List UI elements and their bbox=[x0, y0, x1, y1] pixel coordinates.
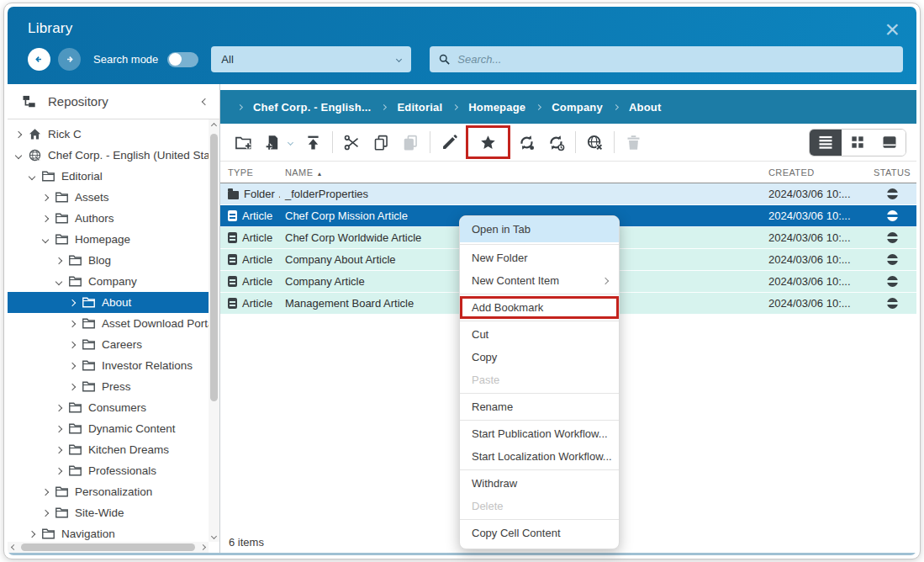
tree-item-label: Rick C bbox=[48, 128, 82, 140]
expand-node-icon[interactable] bbox=[55, 446, 62, 453]
search-mode-toggle[interactable] bbox=[167, 52, 198, 67]
menu-item-new-content-item[interactable]: New Content Item bbox=[460, 269, 619, 292]
tree-item-careers[interactable]: Careers bbox=[8, 334, 209, 355]
chevron-down-icon bbox=[396, 56, 402, 62]
expand-node-icon[interactable] bbox=[69, 299, 76, 305]
scroll-right-icon[interactable] bbox=[197, 545, 209, 549]
expand-node-icon[interactable] bbox=[15, 130, 22, 137]
folder-icon bbox=[68, 400, 82, 415]
menu-item-start-publication-workflow[interactable]: Start Publication Workflow... bbox=[460, 422, 619, 445]
tree-item-company[interactable]: Company bbox=[8, 271, 209, 292]
close-icon[interactable]: × bbox=[884, 20, 900, 39]
scroll-down-icon[interactable] bbox=[212, 530, 216, 542]
expand-node-icon[interactable] bbox=[55, 257, 62, 263]
collapse-node-icon[interactable] bbox=[55, 278, 62, 284]
collapse-sidebar-button[interactable] bbox=[203, 99, 208, 104]
chevron-down-icon[interactable] bbox=[288, 139, 293, 145]
tree-item-press[interactable]: Press bbox=[8, 376, 209, 397]
tree-horizontal-scrollbar[interactable] bbox=[8, 542, 209, 553]
scrollbar-thumb[interactable] bbox=[21, 543, 195, 551]
menu-item-open-in-tab[interactable]: Open in Tab bbox=[460, 216, 619, 242]
tree-item-consumers[interactable]: Consumers bbox=[8, 397, 209, 418]
add-bookmark-button[interactable] bbox=[473, 129, 503, 156]
tree-item-navigation[interactable]: Navigation bbox=[8, 523, 209, 542]
search-field[interactable] bbox=[430, 46, 903, 72]
breadcrumb-item-homepage[interactable]: Homepage bbox=[468, 101, 525, 114]
tree-item-investor-relations[interactable]: Investor Relations bbox=[8, 355, 209, 376]
menu-item-copy-cell-content[interactable]: Copy Cell Content bbox=[460, 522, 619, 544]
start-localization-workflow-button[interactable] bbox=[541, 129, 571, 156]
column-header-name[interactable]: NAME▲ bbox=[280, 167, 768, 178]
table-header: TYPE NAME▲ CREATED STATUS bbox=[220, 161, 916, 183]
column-header-created[interactable]: CREATED bbox=[768, 167, 868, 178]
breadcrumb-item-editorial[interactable]: Editorial bbox=[397, 101, 442, 114]
expand-node-icon[interactable] bbox=[42, 488, 49, 495]
card-view-button[interactable] bbox=[874, 130, 906, 156]
menu-item-start-localization-workflow[interactable]: Start Localization Workflow... bbox=[460, 445, 619, 468]
tree-item-assets[interactable]: Assets bbox=[8, 187, 209, 208]
search-input[interactable] bbox=[457, 53, 895, 66]
tree-item-about[interactable]: About bbox=[8, 292, 209, 313]
tree-item-homepage[interactable]: Homepage bbox=[8, 229, 209, 250]
published-status-icon bbox=[887, 298, 898, 309]
type-filter-dropdown[interactable]: All bbox=[211, 46, 411, 72]
tree-item-site-wide[interactable]: Site-Wide bbox=[8, 502, 209, 523]
tree-item-authors[interactable]: Authors bbox=[8, 208, 209, 229]
tree-vertical-scrollbar[interactable] bbox=[209, 119, 219, 542]
expand-node-icon[interactable] bbox=[55, 404, 62, 411]
tree-item-chef-corp-english-united-states[interactable]: Chef Corp. - English (United States bbox=[8, 145, 209, 166]
thumbnail-view-button[interactable] bbox=[842, 130, 874, 156]
breadcrumb-item-chef-corp-english[interactable]: Chef Corp. - English... bbox=[253, 101, 371, 114]
column-header-status[interactable]: STATUS bbox=[868, 167, 916, 178]
scrollbar-thumb[interactable] bbox=[210, 134, 218, 401]
menu-item-copy[interactable]: Copy bbox=[460, 346, 619, 368]
expand-node-icon[interactable] bbox=[42, 509, 49, 516]
tree-item-rick-c[interactable]: Rick C bbox=[8, 124, 209, 145]
delete-icon bbox=[625, 134, 642, 151]
copy-button[interactable] bbox=[367, 129, 396, 156]
menu-item-new-folder[interactable]: New Folder bbox=[460, 247, 619, 269]
withdraw-button[interactable] bbox=[580, 129, 610, 156]
menu-item-cut[interactable]: Cut bbox=[460, 323, 619, 346]
tree-item-professionals[interactable]: Professionals bbox=[8, 460, 209, 481]
tree-item-asset-download-portal[interactable]: Asset Download Portal bbox=[8, 313, 209, 334]
collapse-node-icon[interactable] bbox=[29, 172, 35, 179]
expand-node-icon[interactable] bbox=[42, 215, 49, 221]
edit-button[interactable] bbox=[435, 129, 464, 156]
tree-item-personalization[interactable]: Personalization bbox=[8, 481, 209, 502]
expand-node-icon[interactable] bbox=[69, 383, 76, 390]
menu-item-withdraw[interactable]: Withdraw bbox=[460, 472, 619, 495]
start-publication-workflow-button[interactable] bbox=[512, 129, 541, 156]
tree-item-blog[interactable]: Blog bbox=[8, 250, 209, 271]
new-folder-button[interactable] bbox=[229, 129, 258, 156]
column-header-type[interactable]: TYPE bbox=[220, 167, 280, 178]
scroll-left-icon[interactable] bbox=[8, 545, 19, 549]
article-type-icon bbox=[228, 254, 237, 265]
list-view-button[interactable] bbox=[810, 130, 842, 156]
new-content-item-button[interactable] bbox=[258, 129, 298, 156]
tree-item-kitchen-dreams[interactable]: Kitchen Dreams bbox=[8, 439, 209, 460]
tree-item-editorial[interactable]: Editorial bbox=[8, 166, 209, 187]
breadcrumb-item-about[interactable]: About bbox=[629, 101, 662, 114]
folder-type-icon bbox=[228, 191, 239, 199]
scroll-up-icon[interactable] bbox=[212, 119, 216, 131]
expand-node-icon[interactable] bbox=[69, 341, 76, 347]
expand-node-icon[interactable] bbox=[69, 320, 76, 326]
tree-item-dynamic-content[interactable]: Dynamic Content bbox=[8, 418, 209, 439]
menu-item-rename[interactable]: Rename bbox=[460, 395, 619, 418]
collapse-node-icon[interactable] bbox=[42, 236, 49, 242]
expand-node-icon[interactable] bbox=[55, 425, 62, 432]
table-row-folderproperties[interactable]: Folder …_folderProperties2024/03/06 10:.… bbox=[220, 183, 916, 205]
upload-button[interactable] bbox=[298, 129, 328, 156]
menu-item-add-bookmark[interactable]: Add Bookmark bbox=[460, 296, 619, 319]
breadcrumb-item-company[interactable]: Company bbox=[552, 101, 603, 114]
expand-node-icon[interactable] bbox=[55, 467, 62, 474]
expand-node-icon[interactable] bbox=[29, 530, 35, 537]
expand-node-icon[interactable] bbox=[69, 362, 76, 368]
cut-button[interactable] bbox=[337, 129, 367, 156]
expand-node-icon[interactable] bbox=[42, 194, 49, 200]
collapse-node-icon[interactable] bbox=[15, 151, 22, 158]
card-view-icon bbox=[881, 134, 898, 151]
back-button[interactable] bbox=[28, 48, 50, 71]
forward-button[interactable] bbox=[58, 48, 81, 71]
